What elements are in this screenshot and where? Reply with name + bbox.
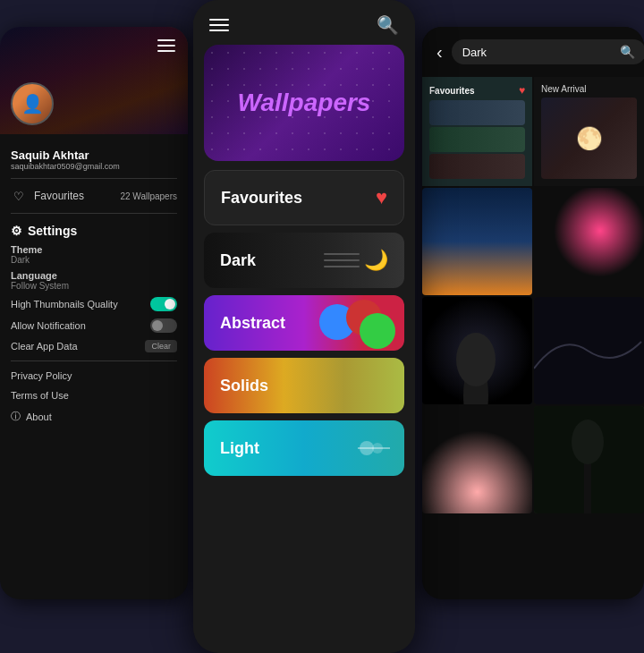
settings-header: ⚙ Settings [11,218,177,242]
drawer-content: Saquib Akhtar saquibakhtar0509@gmail.com… [0,134,188,437]
light-category[interactable]: Light [204,420,404,476]
user-name: Saquib Akhtar [11,148,177,162]
theme-setting[interactable]: Theme Dark [11,242,177,267]
thumb2 [429,127,525,152]
search-icon[interactable]: 🔍 [377,14,399,36]
left-phone-header: 👤 [0,27,188,134]
dark-category-label: Dark [220,251,256,270]
terms-link[interactable]: Terms of Use [11,386,177,405]
abstract-decoration [333,295,404,351]
clear-data-row: Clear App Data Clear [11,336,177,356]
info-icon: ⓘ [11,410,21,423]
divider3 [11,360,177,361]
thumb3 [429,154,525,179]
right-header: ‹ 🔍 [422,27,644,77]
solids-category[interactable]: Solids [204,358,404,413]
tree-illustration [422,297,532,404]
favourites-category[interactable]: Favourites ♥ [204,170,404,225]
user-email: saquibakhtar0509@gmail.com [11,162,177,171]
new-arrival-image: 🌕 [541,98,637,179]
new-arrival-section: New Arrival 🌕 [534,77,644,186]
privacy-policy-link[interactable]: Privacy Policy [11,366,177,386]
abstract-category[interactable]: Abstract [204,295,404,351]
heart-icon: ♥ [376,186,387,209]
hero-banner: Wallpapers [204,45,404,161]
right-phone: ‹ 🔍 Favourites ♥ New Arrival 🌕 [422,27,644,599]
wallpaper-grid [422,188,644,513]
language-setting[interactable]: Language Follow System [11,267,177,293]
favourites-count: 22 Wallpapers [120,191,177,201]
moon-icon: 🌙 [364,249,388,272]
thumbnails-toggle[interactable] [150,297,177,311]
divider2 [11,213,177,214]
lines-decoration [324,253,360,267]
wallpaper-cell-5[interactable] [422,406,532,513]
night-path-illustration [534,297,644,404]
tree-silhouette [534,406,644,513]
new-arrival-label: New Arrival [541,84,637,94]
solids-category-label: Solids [220,377,268,395]
avatar: 👤 [11,82,54,125]
light-deco-icon [358,439,390,457]
gear-icon: ⚙ [11,224,22,238]
svg-point-9 [572,420,604,464]
favourites-category-label: Favourites [221,189,302,208]
heart-small-icon: ♥ [519,84,525,97]
dark-category[interactable]: Dark 🌙 [204,233,404,288]
wallpaper-cell-2[interactable] [534,188,644,295]
favourites-section: Favourites ♥ [422,77,532,186]
back-button[interactable]: ‹ [436,42,443,63]
clear-data-label: Clear App Data [11,341,78,352]
wallpaper-cell-6[interactable] [534,406,644,513]
center-header: 🔍 [193,0,415,45]
heart-icon: ♡ [11,188,27,204]
notification-toggle[interactable] [150,318,177,333]
light-category-label: Light [220,439,259,458]
search-input[interactable] [462,46,613,59]
search-icon: 🔍 [620,45,635,59]
wallpaper-cell-4[interactable] [534,297,644,404]
favourites-section-label: Favourites [429,86,475,96]
notification-toggle-row: Allow Notification [11,315,177,336]
divider [11,178,177,179]
wallpaper-cell-1[interactable] [422,188,532,295]
light-decoration [358,439,390,457]
abstract-category-label: Abstract [220,314,285,333]
wallpaper-cell-3[interactable] [422,297,532,404]
thumbnails-toggle-row: High Thumbnails Quality [11,293,177,315]
top-section: Favourites ♥ New Arrival 🌕 [422,77,644,186]
thumbnails-label: High Thumbnails Quality [11,299,118,310]
favourites-row[interactable]: ♡ Favourites 22 Wallpapers [11,183,177,208]
hamburger-icon[interactable] [157,39,175,52]
center-phone: 🔍 Wallpapers Favourites ♥ Dark 🌙 Abstrac… [193,0,415,653]
search-bar[interactable]: 🔍 [452,39,644,64]
thumb1 [429,100,525,125]
favourite-thumbs [429,100,525,179]
notification-label: Allow Notification [11,320,86,331]
hamburger-center-icon[interactable] [209,19,229,31]
favourites-label: Favourites [34,190,84,202]
hero-title: Wallpapers [238,89,371,117]
clear-button[interactable]: Clear [145,340,177,352]
about-link[interactable]: ⓘ About [11,405,177,428]
left-phone: 👤 Saquib Akhtar saquibakhtar0509@gmail.c… [0,27,188,599]
ball3 [360,313,395,349]
svg-point-5 [456,333,496,386]
